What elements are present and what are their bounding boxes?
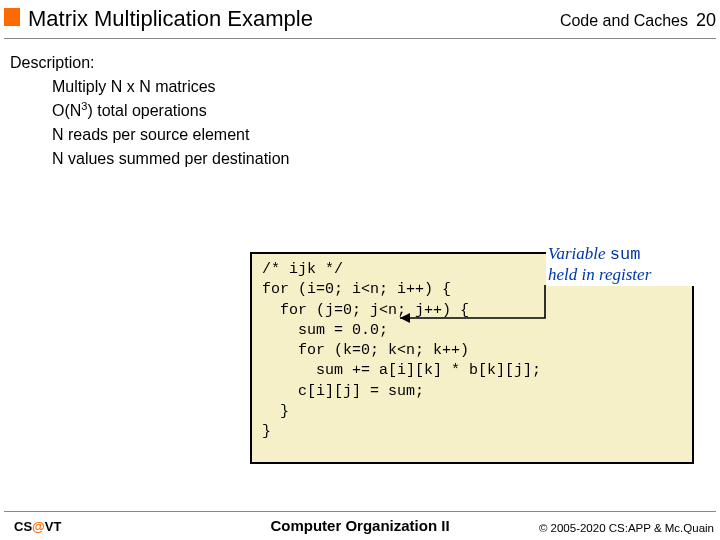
list-item-text: Multiply N x N matrices	[52, 78, 216, 95]
accent-square-icon	[4, 8, 20, 26]
annotation-text: held in register	[548, 265, 651, 284]
copyright-label: © 2005-2020 CS:APP & Mc.Quain	[539, 522, 714, 534]
list-item-text: ) total operations	[87, 103, 206, 120]
annotation-code: sum	[610, 245, 641, 264]
page-number: 20	[696, 10, 716, 31]
list-item: N reads per source element	[52, 124, 289, 146]
description-list: Multiply N x N matrices O(N3) total oper…	[52, 76, 289, 170]
annotation-callout: Variable sum held in register	[546, 244, 714, 286]
list-item-text: N reads per source element	[52, 126, 249, 143]
list-item: O(N3) total operations	[52, 99, 289, 122]
annotation-text: Variable	[548, 244, 610, 263]
list-item: Multiply N x N matrices	[52, 76, 289, 98]
description-heading: Description:	[10, 52, 289, 74]
description-block: Description: Multiply N x N matrices O(N…	[10, 52, 289, 171]
slide-title: Matrix Multiplication Example	[28, 6, 313, 32]
list-item-text: O(N	[52, 103, 81, 120]
slide: Matrix Multiplication Example Code and C…	[0, 0, 720, 540]
footer-rule	[4, 511, 716, 512]
header-rule	[4, 38, 716, 39]
list-item: N values summed per destination	[52, 148, 289, 170]
slide-header: Matrix Multiplication Example Code and C…	[0, 6, 720, 42]
section-label: Code and Caches	[560, 12, 688, 30]
list-item-text: N values summed per destination	[52, 150, 289, 167]
